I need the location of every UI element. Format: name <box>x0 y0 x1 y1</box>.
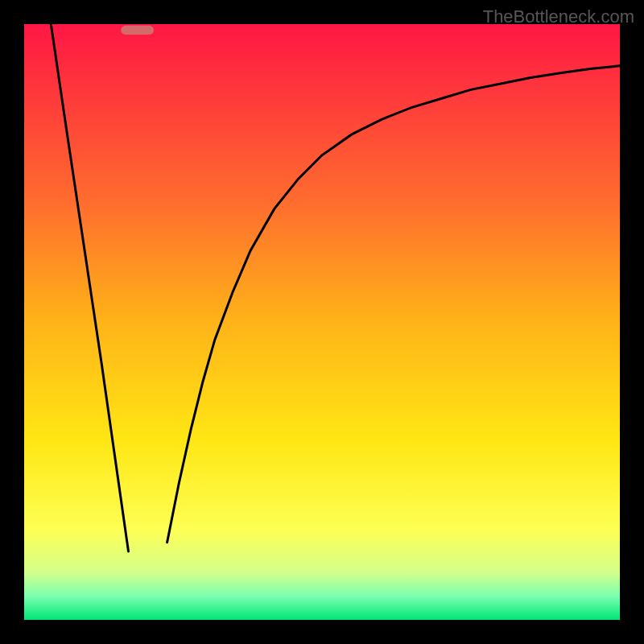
optimal-marker <box>121 26 154 35</box>
attribution-text: TheBottleneck.com <box>483 6 634 27</box>
chart-container: TheBottleneck.com <box>0 0 644 644</box>
svg-rect-1 <box>24 24 620 620</box>
bottleneck-chart <box>0 0 644 644</box>
